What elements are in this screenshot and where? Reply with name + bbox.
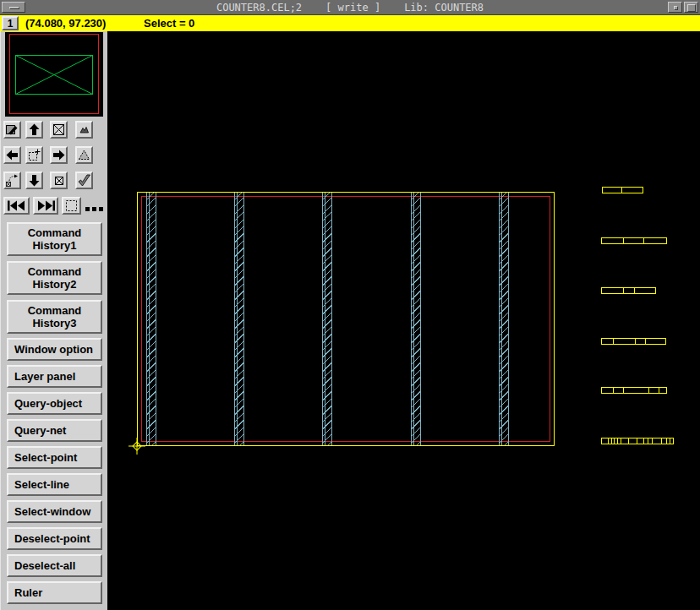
well-stripe[interactable] (411, 193, 421, 445)
titlebar: COUNTER8.CEL;2 [ write ] Lib: COUNTER8 (0, 0, 700, 15)
view-first-button[interactable] (3, 197, 30, 215)
zoom-fit-button[interactable] (50, 121, 68, 139)
view-last-icon (35, 199, 57, 212)
view-last-button[interactable] (33, 197, 58, 215)
check-button[interactable] (75, 172, 93, 189)
preview-graphic (5, 32, 103, 117)
window-menu-icon (9, 7, 19, 9)
more-options-button[interactable] (85, 207, 103, 211)
cell-inner-boundary[interactable] (141, 196, 550, 442)
dashed-box-icon (64, 199, 79, 213)
ruler-tick (635, 339, 636, 344)
ruler-tick (634, 288, 635, 293)
window-menu-button[interactable] (2, 2, 25, 13)
window-option-button[interactable]: Window option (7, 338, 102, 361)
ruler-bar[interactable] (601, 237, 667, 244)
zoom-fit-small-button[interactable] (50, 172, 68, 189)
redraw-icon (5, 123, 19, 137)
cursor-coordinates: (74.080, 97.230) (25, 17, 106, 30)
ruler-tick (648, 388, 649, 393)
pan-down-icon (27, 173, 41, 188)
ruler-tick (623, 288, 624, 293)
view-number-badge[interactable]: 1 (2, 16, 19, 30)
more-options-icon (85, 207, 90, 211)
pan-down-button[interactable] (25, 172, 43, 189)
pan-up-icon (27, 123, 41, 137)
ruler-tick (613, 339, 614, 344)
pan-left-button[interactable] (3, 146, 21, 164)
view-first-icon (6, 199, 28, 212)
redraw-button[interactable] (3, 121, 21, 139)
ruler-tick (643, 438, 644, 444)
ruler-bar[interactable] (601, 387, 667, 394)
peak-small-icon (77, 123, 91, 137)
ruler-tick (611, 438, 612, 444)
ruler-tick (614, 438, 615, 444)
select-count: Select = 0 (144, 17, 194, 30)
ruler-bar[interactable] (601, 287, 656, 294)
title-filename: COUNTER8.CEL;2 (216, 2, 302, 14)
selection-box-button[interactable] (62, 197, 81, 215)
cursor-crosshair (128, 437, 146, 455)
ruler-tick (670, 438, 670, 444)
drawing-canvas[interactable] (107, 31, 700, 610)
deselect-all-button[interactable]: Deselect-all (7, 554, 102, 577)
select-point-button[interactable]: Select-point (7, 446, 102, 469)
maximize-button[interactable] (684, 2, 698, 13)
pan-right-button[interactable] (50, 146, 68, 164)
zoom-peak-large-button[interactable] (75, 146, 93, 164)
ruler-tick (613, 388, 614, 393)
status-bar: 1 (74.080, 97.230) Select = 0 (0, 15, 700, 31)
zoom-peak-small-button[interactable] (75, 121, 93, 139)
layer-panel-button[interactable]: Layer panel (7, 365, 102, 388)
zoom-fit-icon (52, 123, 66, 137)
ruler-tick (608, 438, 609, 444)
ruler-tick (666, 438, 667, 444)
ruler-tick (623, 388, 624, 393)
ruler-tick (637, 438, 637, 444)
ruler-bar[interactable] (602, 187, 643, 193)
ruler-tick (643, 238, 644, 243)
crosshair-icon (128, 437, 146, 455)
zoom-area-button[interactable] (25, 146, 43, 164)
command-history1-button[interactable]: Command History1 (7, 222, 102, 256)
pan-up-button[interactable] (25, 121, 43, 139)
pan-right-icon (52, 148, 66, 162)
maximize-icon (687, 4, 696, 12)
title-library: Lib: COUNTER8 (404, 2, 484, 14)
minimize-icon (674, 6, 678, 10)
ruler-tick (621, 438, 621, 444)
query-object-button[interactable]: Query-object (7, 392, 102, 415)
pan-left-icon (5, 148, 19, 162)
peak-large-icon (77, 148, 91, 162)
ruler-tick (648, 438, 648, 444)
query-net-button[interactable]: Query-net (7, 419, 102, 442)
well-stripe[interactable] (322, 193, 332, 445)
command-history2-button[interactable]: Command History2 (7, 261, 102, 295)
well-stripe[interactable] (146, 193, 156, 445)
ruler-tick (628, 438, 629, 444)
cell-overview-preview[interactable] (5, 32, 103, 117)
ruler-tick (621, 188, 622, 193)
select-window-button[interactable]: Select-window (7, 500, 102, 523)
ruler-bar[interactable] (601, 438, 674, 444)
minimize-button[interactable] (668, 2, 682, 13)
ruler-button[interactable]: Ruler (7, 581, 102, 604)
ruler-bar[interactable] (601, 338, 666, 345)
ruler-tick (661, 438, 662, 444)
zoom-area-icon (27, 148, 41, 162)
command-history3-button[interactable]: Command History3 (7, 300, 102, 334)
ruler-tick (623, 238, 624, 243)
zoom-previous-icon (5, 173, 19, 188)
deselect-point-button[interactable]: Deselect-point (7, 527, 102, 550)
ruler-tick (645, 339, 646, 344)
well-stripe[interactable] (499, 193, 509, 445)
title-write-mode: [ write ] (325, 2, 380, 14)
select-line-button[interactable]: Select-line (7, 473, 102, 496)
ruler-tick (652, 438, 653, 444)
well-stripe[interactable] (234, 193, 244, 445)
ruler-tick (659, 388, 659, 393)
check-icon (77, 173, 91, 188)
zoom-previous-button[interactable] (3, 172, 21, 189)
window-title: COUNTER8.CEL;2 [ write ] Lib: COUNTER8 (34, 0, 666, 14)
